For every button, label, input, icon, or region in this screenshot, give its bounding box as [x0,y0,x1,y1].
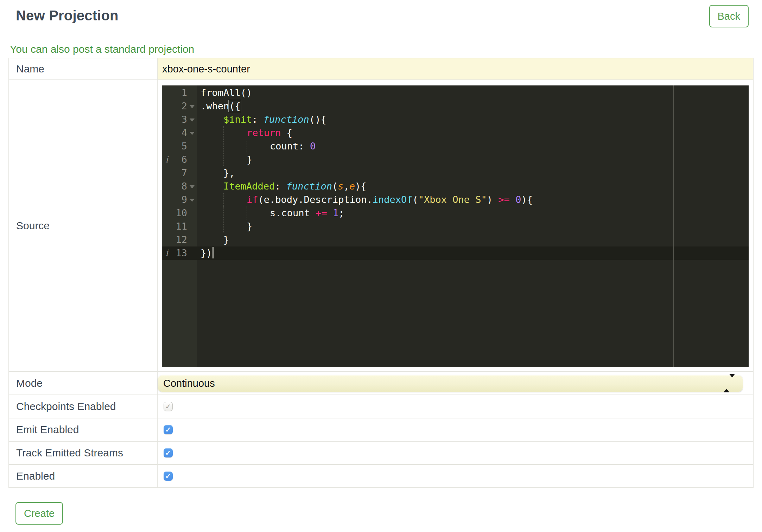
code-line: if(e.body.Description.indexOf("Xbox One … [197,193,749,206]
mode-select[interactable]: Continuous [158,375,743,392]
code-line: .when({ [197,100,749,113]
name-row: Name [9,58,753,80]
enabled-checkbox[interactable]: ✓ [164,472,173,481]
line-number: 2 [182,100,187,113]
gutter-line: 10 [162,206,197,220]
fold-widget-slot [187,113,197,126]
fold-widget-slot [187,193,197,206]
line-number: 11 [176,220,187,233]
mode-value-cell: Continuous [157,372,753,395]
fold-widget-slot [187,220,197,233]
line-number: 1 [182,86,187,100]
checkmark-icon: ✓ [165,449,171,456]
code-line: return { [197,126,749,140]
line-number: 13 [176,246,187,260]
gutter-line: 4 [162,126,197,140]
gutter-line: 8 [162,180,197,193]
track-emitted-streams-label: Track Emitted Streams [9,441,157,464]
line-number: 10 [176,206,187,220]
page-title: New Projection [16,7,762,24]
gutter-line: 11 [162,220,197,233]
gutter-line: 2 [162,100,197,113]
code-line: }) [197,246,749,260]
editor-code-area: fromAll().when({ $init: function(){ retu… [197,86,749,260]
fold-arrow-icon[interactable] [190,199,195,202]
line-number: 3 [182,113,187,126]
source-value-cell: 12345i6789101112i13 fromAll().when({ $in… [157,80,753,372]
code-line: s.count += 1; [197,206,749,220]
fold-widget-slot [187,180,197,193]
code-line: } [197,233,749,246]
gutter-line: 7 [162,166,197,180]
checkmark-icon: ✓ [165,426,171,433]
code-line: fromAll() [197,86,749,100]
editor-gutter: 12345i6789101112i13 [162,86,197,260]
emit-enabled-checkbox[interactable]: ✓ [164,425,173,434]
fold-widget-slot [187,140,197,153]
checkmark-icon: ✓ [165,473,171,480]
enabled-label: Enabled [9,464,157,488]
emit-enabled-label: Emit Enabled [9,418,157,441]
gutter-line: 12 [162,233,197,246]
text-cursor [212,247,214,258]
create-button[interactable]: Create [15,502,63,525]
mode-selected-value: Continuous [163,378,215,389]
line-number: 12 [176,233,187,246]
track-emitted-streams-value-cell: ✓ [157,441,753,464]
fold-arrow-icon[interactable] [190,118,195,122]
select-arrows-icon [724,375,735,392]
gutter-line: 9 [162,193,197,206]
fold-arrow-icon[interactable] [190,132,195,135]
gutter-line: 1 [162,86,197,100]
track-emitted-streams-checkbox[interactable]: ✓ [164,448,173,457]
fold-widget-slot [187,246,197,260]
enabled-value-cell: ✓ [157,464,753,488]
gutter-line: i6 [162,153,197,166]
toggle-row: Checkpoints Enabled✓ [9,395,753,418]
projection-form-table: Name Source 12345i6789101112i13 fromAll(… [8,58,754,488]
fold-widget-slot [187,166,197,180]
toggle-row: Enabled✓ [9,464,753,488]
toggle-row: Track Emitted Streams✓ [9,441,753,464]
source-label: Source [9,80,157,372]
fold-widget-slot [187,100,197,113]
source-row: Source 12345i6789101112i13 fromAll().whe… [9,80,753,372]
fold-arrow-icon[interactable] [190,105,195,108]
fold-widget-slot [187,126,197,140]
fold-widget-slot [187,233,197,246]
fold-widget-slot [187,86,197,100]
name-label: Name [9,58,157,80]
source-code-editor[interactable]: 12345i6789101112i13 fromAll().when({ $in… [162,85,749,367]
line-number: 9 [182,193,187,206]
back-button[interactable]: Back [709,5,749,27]
name-value-cell [157,58,753,80]
line-number: 6 [182,153,187,166]
checkmark-icon: ✓ [165,403,171,410]
standard-projection-link[interactable]: You can also post a standard projection [10,44,194,55]
gutter-line: i13 [162,246,197,260]
line-number: 7 [182,166,187,180]
fold-arrow-icon[interactable] [190,185,195,188]
checkpoints-enabled-checkbox[interactable]: ✓ [164,402,173,411]
code-line: } [197,220,749,233]
name-input[interactable] [158,59,753,79]
new-projection-page: New Projection Back You can also post a … [0,0,762,532]
line-number: 8 [182,180,187,193]
code-line: ItemAdded: function(s,e){ [197,180,749,193]
code-line: count: 0 [197,140,749,153]
toggle-row: Emit Enabled✓ [9,418,753,441]
gutter-line: 3 [162,113,197,126]
line-number: 4 [182,126,187,140]
code-line: $init: function(){ [197,113,749,126]
info-annotation-icon: i [165,154,168,165]
line-number: 5 [182,140,187,153]
code-line: } [197,153,749,166]
checkpoints-enabled-value-cell: ✓ [157,395,753,418]
fold-widget-slot [187,153,197,166]
gutter-line: 5 [162,140,197,153]
fold-widget-slot [187,206,197,220]
mode-row: Mode Continuous [9,372,753,395]
info-annotation-icon: i [165,248,168,259]
checkpoints-enabled-label: Checkpoints Enabled [9,395,157,418]
mode-label: Mode [9,372,157,395]
